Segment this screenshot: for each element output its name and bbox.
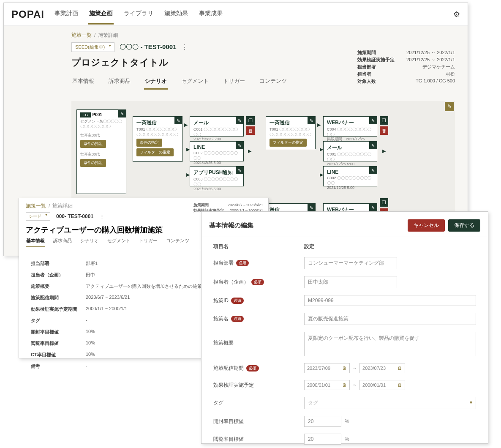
- copy-icon[interactable]: ❐: [380, 198, 388, 207]
- bc-link[interactable]: 施策一覧: [26, 203, 46, 209]
- nav-item-active[interactable]: 施策企画: [88, 4, 114, 25]
- tab[interactable]: 基本情報: [71, 77, 95, 90]
- row-key: 施策概要: [31, 283, 86, 290]
- meta-key: 施策期間: [193, 202, 209, 208]
- content-card-mail: ✎ メール C001 〇〇〇〇〇〇〇〇〇〇〇 2021/12/25 5:00: [323, 141, 377, 161]
- tab[interactable]: トリガー: [222, 77, 246, 90]
- seed-select[interactable]: シード: [26, 212, 50, 221]
- tab[interactable]: セグメント: [180, 77, 210, 90]
- row-val: 2023/6/7 ~ 2023/6/21: [86, 295, 130, 301]
- percent-label: %: [345, 436, 349, 442]
- bc-link[interactable]: 施策一覧: [71, 32, 92, 38]
- more-icon[interactable]: ⋮: [181, 43, 188, 51]
- tab[interactable]: トリガー: [139, 238, 158, 247]
- copy-icon[interactable]: ❐: [246, 116, 255, 125]
- tab-active[interactable]: シナリオ: [144, 77, 168, 90]
- card-actions: ❐ 🗑: [246, 116, 255, 135]
- bc-current: 施策詳細: [98, 32, 118, 38]
- arrow-icon: ▶: [248, 148, 251, 154]
- row-val: 10%: [86, 329, 95, 335]
- filter-button[interactable]: フィルターの指定: [270, 139, 307, 147]
- card-date: 2021/12/25 5:00: [193, 161, 240, 166]
- card-title: LINE: [327, 169, 373, 175]
- content-card-mail: ✎ メール C001 〇〇〇〇〇〇〇〇〇〇〇 2021/12/25 5:00: [190, 116, 244, 137]
- meta-val: 村松: [446, 71, 455, 77]
- meta-key: 効果検証実施予定: [357, 57, 395, 63]
- filter-button[interactable]: フィルターの指定: [136, 148, 174, 156]
- tab[interactable]: セグメント: [107, 238, 131, 247]
- form-title: 基本情報の編集: [209, 221, 253, 229]
- row-val: 2000/1/1 ~ 2000/1/1: [86, 306, 127, 312]
- form-row: 施策配信期間必須 2023/07/09🗓 ~ 2023/07/23🗓: [201, 360, 488, 377]
- logo: POPAI: [11, 8, 44, 20]
- condition-button[interactable]: 条件の指定: [136, 139, 162, 147]
- card-title: メール: [327, 144, 373, 151]
- bc-current: 施策詳細: [52, 203, 73, 209]
- card-sub: C001 〇〇〇〇〇〇〇〇〇〇〇: [327, 152, 373, 162]
- col-header: 項目名: [213, 243, 304, 250]
- tab[interactable]: コンテンツ: [166, 238, 190, 247]
- tab[interactable]: 訴求商品: [53, 238, 72, 247]
- seg-code: P001: [93, 112, 102, 117]
- field-label: 効果検証実施予定: [213, 382, 254, 389]
- pencil-icon[interactable]: ✎: [236, 117, 243, 124]
- nav-item[interactable]: 事業成果: [198, 4, 223, 25]
- form-row: 担当部署必須 コンシューマーマーケティング部: [201, 254, 488, 273]
- seed-select[interactable]: SEED(編集中): [71, 42, 114, 52]
- date-input[interactable]: 2000/01/01🗓: [359, 380, 405, 390]
- pencil-icon[interactable]: ✎: [236, 142, 243, 149]
- owner-input[interactable]: 田中太郎: [304, 276, 397, 288]
- copy-icon[interactable]: ❐: [380, 116, 388, 125]
- meta-val: デジマケチーム: [422, 64, 455, 70]
- pencil-icon[interactable]: ✎: [369, 167, 377, 174]
- tab[interactable]: コンテンツ: [259, 77, 288, 90]
- meta-key: 担当部署: [357, 64, 376, 70]
- pencil-icon[interactable]: ✎: [369, 117, 377, 124]
- pencil-icon[interactable]: ✎: [118, 110, 126, 117]
- col-header: 設定: [304, 243, 314, 250]
- name-input[interactable]: 夏の販売促進施策: [304, 313, 476, 325]
- save-button[interactable]: 保存する: [448, 219, 480, 232]
- pencil-icon[interactable]: ✎: [308, 117, 315, 124]
- gear-icon[interactable]: ⚙: [453, 10, 460, 19]
- nav-item[interactable]: ライブラリ: [123, 4, 154, 25]
- tab[interactable]: シナリオ: [80, 238, 99, 247]
- more-icon[interactable]: ⋮: [99, 213, 105, 220]
- meta-val: TG 1,000 / CG 500: [416, 78, 455, 85]
- date-input[interactable]: 2023/07/23🗓: [359, 363, 405, 373]
- required-badge: 必須: [236, 260, 249, 266]
- view-rate-input[interactable]: 20: [304, 434, 341, 445]
- open-rate-input[interactable]: 20: [304, 416, 341, 427]
- form-row: 施策名必須 夏の販売促進施策: [201, 309, 488, 328]
- tab[interactable]: 訴求商品: [108, 77, 131, 90]
- condition-button[interactable]: 条件の指定: [80, 140, 106, 148]
- form-row: 施策ID必須 M2099-099: [201, 292, 488, 309]
- date-input[interactable]: 2023/07/09🗓: [304, 363, 350, 373]
- edit-canvas-icon[interactable]: ✎: [445, 102, 454, 111]
- pencil-icon[interactable]: ✎: [369, 204, 377, 211]
- pencil-icon[interactable]: ✎: [236, 167, 243, 174]
- id-input[interactable]: M2099-099: [304, 295, 476, 306]
- delete-icon[interactable]: 🗑: [380, 126, 388, 135]
- summary-textarea[interactable]: 夏限定のクーポン配布を行い、製品の購買を促す: [304, 332, 476, 356]
- dept-input[interactable]: コンシューマーマーケティング部: [304, 257, 397, 269]
- project-id: 000- TEST-0001: [56, 213, 93, 219]
- pencil-icon[interactable]: ✎: [174, 117, 182, 124]
- nav-item[interactable]: 施策効果: [163, 4, 189, 25]
- pencil-icon[interactable]: ✎: [369, 142, 377, 149]
- form-row: タグ タグ▾: [201, 393, 488, 412]
- delete-icon[interactable]: 🗑: [246, 126, 255, 135]
- date-input[interactable]: 2000/01/01🗓: [304, 380, 350, 390]
- row-key: 担当者（企画）: [31, 272, 86, 278]
- tag-select[interactable]: タグ▾: [304, 397, 476, 409]
- nav-item[interactable]: 事業計画: [54, 4, 79, 25]
- cancel-button[interactable]: キャンセル: [408, 219, 445, 232]
- condition-button[interactable]: 条件の指定: [80, 159, 106, 167]
- edit-form-panel: 基本情報の編集 キャンセル 保存する 項目名 設定 担当部署必須 コンシューマー…: [201, 211, 488, 444]
- pencil-icon[interactable]: ✎: [308, 204, 315, 211]
- content-card-web: ✎ WEBバナー C004 〇〇〇〇〇〇〇〇〇〇〇 掲載期間：2021/12/2…: [323, 116, 377, 137]
- card-title: LINE: [193, 144, 240, 150]
- form-header: 基本情報の編集 キャンセル 保存する: [201, 212, 488, 237]
- row-val: 部署1: [86, 260, 98, 267]
- tab-active[interactable]: 基本情報: [26, 238, 45, 247]
